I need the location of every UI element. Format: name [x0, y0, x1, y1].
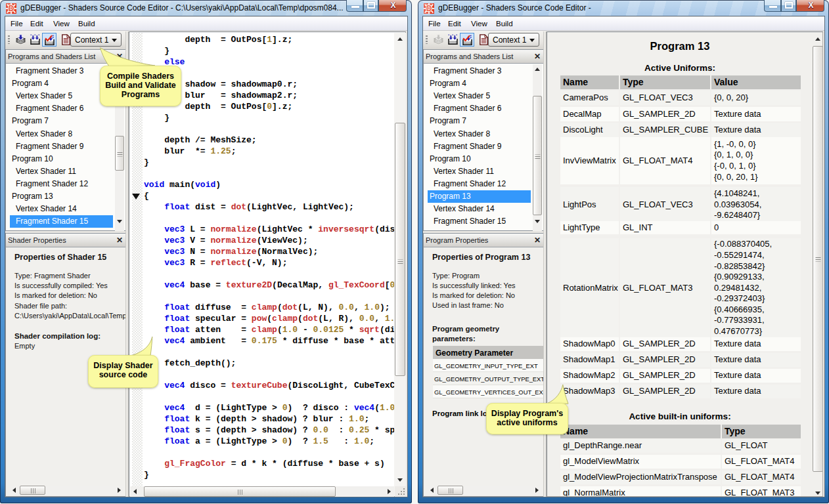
svg-text:D: D — [426, 4, 432, 13]
svg-text:D: D — [9, 4, 14, 13]
